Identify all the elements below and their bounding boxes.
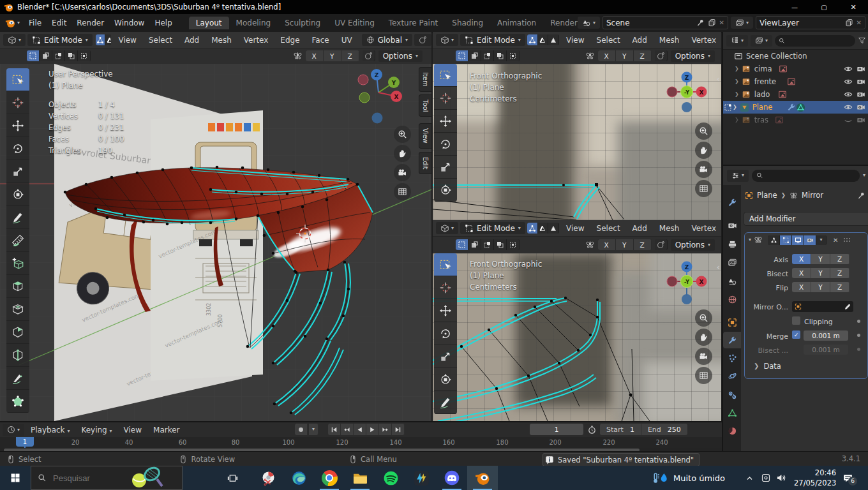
workspace-tab-animation[interactable]: Animation [490,17,543,29]
tool-knife-button[interactable] [6,367,29,390]
taskbar-app-chrome[interactable] [314,466,345,490]
jump-to-start-button[interactable] [328,424,341,435]
outliner-row-cima[interactable]: ❯ cima [723,63,868,75]
breadcrumb-object[interactable]: Plane [757,191,777,200]
next-keyframe-button[interactable] [379,424,392,435]
proportional-editing-button[interactable] [363,50,375,61]
tool-cursor-button[interactable] [6,91,29,114]
select-extend-button[interactable] [468,239,481,250]
pan-view-button[interactable] [695,142,712,159]
tab-constraints[interactable] [723,387,741,403]
menu-playback[interactable]: Playback ▾ [26,426,75,434]
expand-icon[interactable]: ❯ [735,79,739,84]
options-dropdown[interactable]: Options▾ [378,50,423,62]
tool-annotate-button[interactable] [6,206,29,229]
notification-center-button[interactable]: 6 [842,466,853,490]
select-invert-button[interactable] [494,50,507,61]
tab-view-layer[interactable] [723,254,741,271]
auto-keying-button[interactable] [295,424,308,435]
expand-icon[interactable]: ❯ [733,105,737,110]
select-intersect-button[interactable] [507,239,520,250]
select-box-mode-button[interactable] [27,50,40,61]
axis-y-button[interactable]: Y [811,254,830,264]
new-scene-icon[interactable] [708,19,716,27]
properties-search[interactable] [752,170,860,182]
menu-window[interactable]: Window [109,19,149,27]
bisect-y-button[interactable]: Y [811,268,830,278]
toggle-ortho-button[interactable] [695,180,712,197]
filter-icon[interactable] [858,36,866,45]
tab-render[interactable] [723,217,741,234]
tool-transform-button[interactable] [6,183,29,206]
outliner-row-plane[interactable]: ❯ Plane [723,101,868,114]
menu-uv[interactable]: UV [336,36,357,45]
workspace-tab-shading[interactable]: Shading [445,17,490,29]
tab-modifiers[interactable] [723,332,741,348]
close-button[interactable]: ✕ [839,0,868,14]
workspace-tab-modeling[interactable]: Modeling [229,17,278,29]
vertex-select-button[interactable] [527,223,538,234]
jump-to-end-button[interactable] [392,424,405,435]
axis-z-button[interactable]: Z [830,254,849,264]
tool-box-select-button[interactable] [434,253,457,276]
show-in-editmode-button[interactable] [780,235,792,245]
outliner-editor-type-button[interactable]: ▾ [726,35,748,47]
tool-scale-button[interactable] [6,160,29,183]
select-subtract-button[interactable] [481,50,494,61]
bisect-x-button[interactable]: X [792,268,811,278]
menu-add[interactable]: Add [179,36,204,45]
mirror-y-button[interactable]: Y [616,50,634,61]
menu-view[interactable]: View [119,426,147,434]
tool-transform-button[interactable] [434,368,457,391]
tool-transform-button[interactable] [434,179,457,202]
play-button[interactable] [366,424,379,435]
editor-type-button[interactable]: ▾ [436,34,458,46]
outliner-display-mode-button[interactable]: ▾ [751,35,772,47]
outliner-search-input[interactable] [788,36,851,45]
animate-dot[interactable] [857,320,860,323]
viewport-3d-main[interactable]: ▾ Edit Mode▾ View Select Add Mesh Vertex… [0,32,431,421]
sidebar-tab-view[interactable]: View [419,123,431,149]
unlink-scene-icon[interactable]: ✕ [719,19,724,26]
navigation-gizmo[interactable]: Z X -Y [664,253,710,304]
pin-icon[interactable] [696,19,705,27]
hide-eye-icon[interactable] [844,90,853,99]
previous-keyframe-button[interactable] [341,424,354,435]
taskbar-clock[interactable]: 20:46 27/05/2023 [794,468,836,488]
tool-scale-button[interactable] [434,156,457,179]
mode-dropdown[interactable]: Edit Mode▾ [27,34,93,46]
edge-select-button[interactable] [105,34,112,45]
current-frame-field[interactable]: 1 [530,424,583,435]
toggle-ortho-button[interactable] [695,367,712,384]
tool-move-button[interactable] [434,110,457,133]
pan-view-button[interactable] [695,329,712,346]
remove-viewlayer-icon[interactable]: ✕ [857,19,862,26]
camera-visibility-icon[interactable] [857,103,865,112]
menu-marker[interactable]: Marker [148,426,184,434]
menu-face[interactable]: Face [307,36,334,45]
select-intersect-button[interactable] [507,50,520,61]
hidden-eye-icon[interactable] [844,115,853,124]
sidebar-tab-item[interactable]: Item [419,67,431,92]
search-highlight-image[interactable] [128,466,165,489]
taskbar-app-blender[interactable] [467,466,498,490]
tray-volume-button[interactable] [776,466,786,490]
mirror-x-button[interactable]: X [306,50,324,61]
tray-app-button[interactable] [761,466,771,490]
menu-view[interactable]: View [561,224,589,233]
options-chevron-icon[interactable]: ▾ [863,173,865,178]
taskbar-app-utility[interactable] [253,466,283,490]
workspace-tab-layout[interactable]: Layout [189,17,229,29]
menu-mesh[interactable]: Mesh [654,36,685,45]
axis-x-button[interactable]: X [792,254,811,264]
tool-bevel-button[interactable] [6,321,29,344]
play-reverse-button[interactable] [354,424,366,435]
pin-icon[interactable] [857,191,865,200]
scene-selector[interactable]: Scene ✕ [602,16,728,29]
options-dropdown[interactable]: Options▾ [671,239,715,251]
snapping-button[interactable] [414,34,431,46]
outliner-row-scene-collection[interactable]: Scene Collection [723,50,868,63]
mode-dropdown[interactable]: Edit Mode▾ [460,34,525,46]
tool-box-select-button[interactable] [6,68,29,91]
scene-icon-button[interactable]: ▾ [578,17,600,29]
